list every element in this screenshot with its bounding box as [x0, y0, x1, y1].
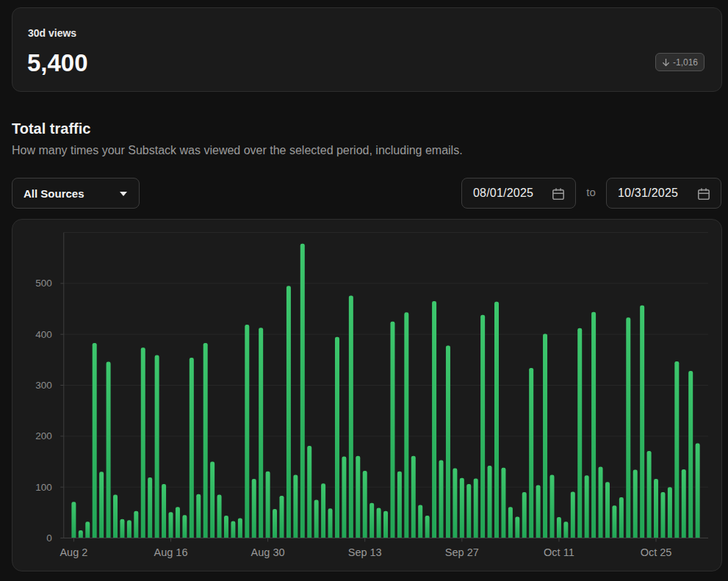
filter-controls: All Sources 08/01/2025 to 10/31/2025: [0, 178, 728, 209]
start-date-input[interactable]: 08/01/2025: [461, 178, 576, 209]
source-select[interactable]: All Sources: [12, 178, 140, 209]
trend-badge: -1,016: [655, 53, 704, 71]
svg-text:100: 100: [35, 482, 52, 493]
traffic-chart-card: 0100200300400500Aug 2Aug 16Aug 30Sep 13S…: [12, 219, 722, 571]
svg-text:Sep 13: Sep 13: [348, 546, 382, 558]
svg-text:400: 400: [35, 329, 52, 340]
source-select-value: All Sources: [24, 187, 84, 200]
traffic-bar-chart: 0100200300400500Aug 2Aug 16Aug 30Sep 13S…: [12, 220, 721, 571]
svg-text:Oct 11: Oct 11: [544, 546, 574, 558]
svg-text:300: 300: [35, 380, 52, 391]
start-date-value: 08/01/2025: [473, 187, 533, 200]
svg-text:500: 500: [35, 278, 52, 289]
stat-card: 30d views 5,400 -1,016: [12, 7, 722, 92]
chevron-down-icon: [120, 192, 127, 196]
end-date-input[interactable]: 10/31/2025: [606, 178, 721, 209]
stat-card-label: 30d views: [28, 27, 76, 39]
calendar-icon: [552, 187, 565, 201]
svg-text:Oct 25: Oct 25: [641, 546, 672, 558]
calendar-icon: [697, 187, 710, 201]
end-date-value: 10/31/2025: [618, 187, 678, 200]
svg-text:200: 200: [35, 430, 52, 441]
page-title: Total traffic: [12, 120, 90, 137]
svg-text:Aug 16: Aug 16: [154, 546, 188, 558]
page-subtitle: How many times your Substack was viewed …: [12, 144, 463, 157]
svg-text:Aug 30: Aug 30: [251, 546, 285, 558]
svg-text:0: 0: [46, 533, 52, 544]
svg-text:Sep 27: Sep 27: [445, 546, 479, 558]
svg-text:Aug 2: Aug 2: [60, 546, 87, 558]
trend-badge-value: -1,016: [673, 57, 698, 68]
date-range-separator: to: [576, 186, 606, 198]
arrow-down-icon: [662, 58, 670, 67]
stat-card-value: 5,400: [27, 49, 88, 77]
